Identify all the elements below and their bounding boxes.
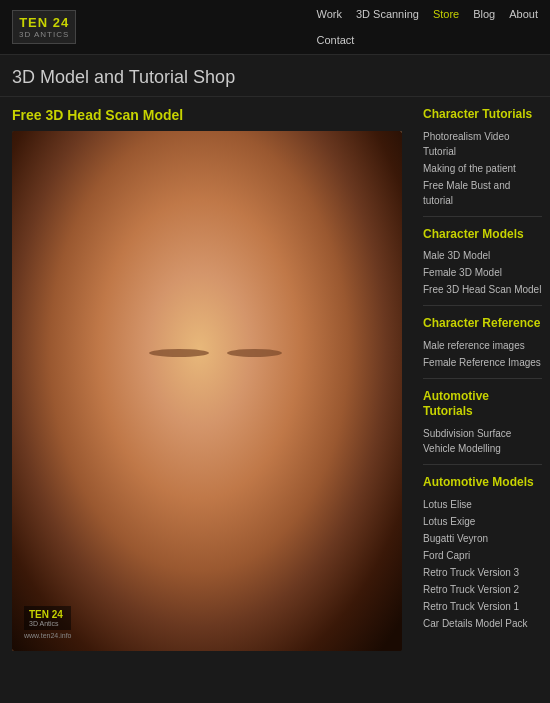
watermark-name: TEN 24 <box>29 609 66 620</box>
content-section-title: Free 3D Head Scan Model <box>12 107 403 123</box>
nav-item-about[interactable]: About <box>509 8 538 20</box>
nav: Work 3D Scanning Store Blog About Contac… <box>316 8 538 46</box>
sidebar-title-character-reference: Character Reference <box>423 316 542 332</box>
sidebar-link-photorealism[interactable]: Photorealism Video Tutorial <box>423 129 542 159</box>
sidebar-title-automotive-models: Automotive Models <box>423 475 542 491</box>
logo-box: TEN 24 3D ANTICS <box>12 10 76 44</box>
sidebar-link-head-scan[interactable]: Free 3D Head Scan Model <box>423 282 542 297</box>
sidebar-link-making[interactable]: Making of the patient <box>423 161 542 176</box>
sidebar-link-male-ref[interactable]: Male reference images <box>423 338 542 353</box>
sidebar-link-free-bust[interactable]: Free Male Bust and tutorial <box>423 178 542 208</box>
nav-item-scanning[interactable]: 3D Scanning <box>356 8 419 20</box>
sidebar-link-retro-v1[interactable]: Retro Truck Version 1 <box>423 599 542 614</box>
sidebar-title-character-models: Character Models <box>423 227 542 243</box>
sidebar-link-lotus-elise[interactable]: Lotus Elise <box>423 497 542 512</box>
main-layout: Free 3D Head Scan Model TEN 24 3D Antics… <box>0 97 550 703</box>
sidebar-link-car-details[interactable]: Car Details Model Pack <box>423 616 542 631</box>
sidebar-link-male-model[interactable]: Male 3D Model <box>423 248 542 263</box>
logo-area: TEN 24 3D ANTICS <box>12 10 76 44</box>
sidebar-divider-4 <box>423 464 542 465</box>
sidebar-link-lotus-exige[interactable]: Lotus Exige <box>423 514 542 529</box>
nav-item-work[interactable]: Work <box>316 8 341 20</box>
sidebar-divider-2 <box>423 305 542 306</box>
head-scan-image: TEN 24 3D Antics www.ten24.info <box>12 131 402 651</box>
watermark: TEN 24 3D Antics www.ten24.info <box>24 606 71 639</box>
sidebar-link-ford-capri[interactable]: Ford Capri <box>423 548 542 563</box>
watermark-logo: TEN 24 3D Antics <box>24 606 71 630</box>
nav-item-contact[interactable]: Contact <box>316 34 354 46</box>
watermark-sub: 3D Antics <box>29 620 66 627</box>
face-gradient <box>12 131 402 651</box>
page-title-bar: 3D Model and Tutorial Shop <box>0 55 550 97</box>
page-title: 3D Model and Tutorial Shop <box>12 67 538 88</box>
watermark-url: www.ten24.info <box>24 632 71 639</box>
sidebar-title-character-tutorials: Character Tutorials <box>423 107 542 123</box>
nav-bottom: Contact <box>316 34 354 46</box>
sidebar-link-bugatti[interactable]: Bugatti Veyron <box>423 531 542 546</box>
sidebar-divider-1 <box>423 216 542 217</box>
sidebar-link-retro-v2[interactable]: Retro Truck Version 2 <box>423 582 542 597</box>
sidebar-link-retro-v3[interactable]: Retro Truck Version 3 <box>423 565 542 580</box>
sidebar-link-subdivision[interactable]: Subdivision Surface Vehicle Modelling <box>423 426 542 456</box>
logo-sub: 3D ANTICS <box>19 30 69 39</box>
sidebar-link-female-model[interactable]: Female 3D Model <box>423 265 542 280</box>
sidebar: Character Tutorials Photorealism Video T… <box>415 97 550 703</box>
nav-item-blog[interactable]: Blog <box>473 8 495 20</box>
nav-item-store[interactable]: Store <box>433 8 459 20</box>
logo-name: TEN 24 <box>19 15 69 30</box>
sidebar-title-automotive-tutorials: Automotive Tutorials <box>423 389 542 420</box>
sidebar-link-female-ref[interactable]: Female Reference Images <box>423 355 542 370</box>
sidebar-divider-3 <box>423 378 542 379</box>
header: TEN 24 3D ANTICS Work 3D Scanning Store … <box>0 0 550 55</box>
content-area: Free 3D Head Scan Model TEN 24 3D Antics… <box>0 97 415 703</box>
nav-top: Work 3D Scanning Store Blog About <box>316 8 538 20</box>
